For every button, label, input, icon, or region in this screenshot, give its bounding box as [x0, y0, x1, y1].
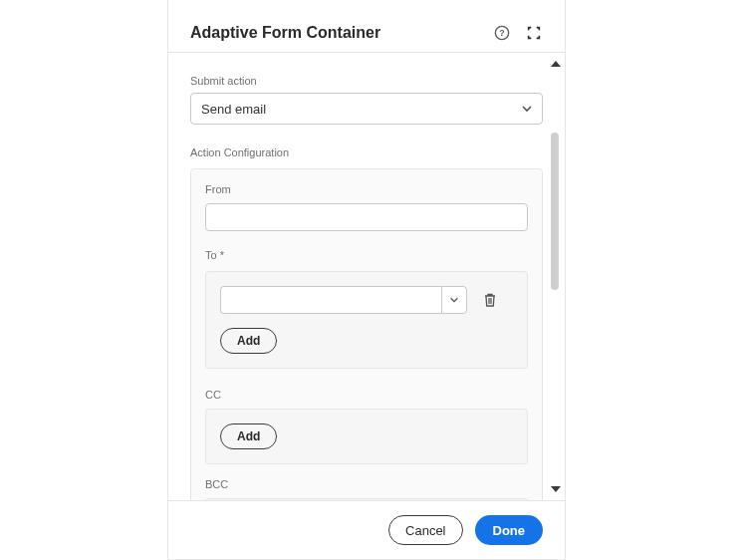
to-entries-box: Add — [205, 271, 528, 369]
delete-icon[interactable] — [481, 291, 499, 309]
submit-action-label: Submit action — [190, 75, 543, 87]
bcc-block: BCC — [205, 478, 528, 500]
cancel-button[interactable]: Cancel — [388, 515, 462, 545]
from-label: From — [205, 183, 528, 195]
dialog-footer: Cancel Done — [168, 500, 565, 559]
scroll-content: Submit action Send email Action Configur… — [168, 53, 565, 500]
done-button[interactable]: Done — [475, 515, 544, 545]
dialog-container: Adaptive Form Container ? Submit action … — [167, 0, 566, 560]
to-input[interactable] — [220, 286, 441, 314]
help-icon[interactable]: ? — [493, 24, 511, 42]
bcc-entries-box — [205, 498, 528, 500]
header-actions: ? — [493, 24, 543, 42]
to-combobox[interactable] — [220, 286, 467, 314]
bcc-label: BCC — [205, 478, 528, 490]
cc-label: CC — [205, 389, 528, 401]
to-add-button[interactable]: Add — [220, 328, 277, 354]
svg-text:?: ? — [499, 28, 504, 38]
action-configuration-panel: From To * — [190, 168, 543, 500]
dialog-title: Adaptive Form Container — [190, 24, 380, 42]
to-label: To * — [205, 249, 528, 261]
submit-action-value: Send email — [191, 102, 512, 117]
cc-entries-box: Add — [205, 409, 528, 464]
fullscreen-icon[interactable] — [525, 24, 543, 42]
to-block: To * — [205, 249, 528, 369]
dialog-header: Adaptive Form Container ? — [168, 0, 565, 53]
chevron-down-icon[interactable] — [512, 103, 542, 115]
action-configuration-label: Action Configuration — [190, 146, 543, 158]
submit-action-select[interactable]: Send email — [190, 93, 543, 125]
dialog-body: Submit action Send email Action Configur… — [168, 53, 565, 500]
cc-add-button[interactable]: Add — [220, 423, 277, 449]
from-input[interactable] — [205, 203, 528, 231]
to-entry-row — [220, 286, 513, 314]
to-chevron-down-icon[interactable] — [441, 286, 467, 314]
